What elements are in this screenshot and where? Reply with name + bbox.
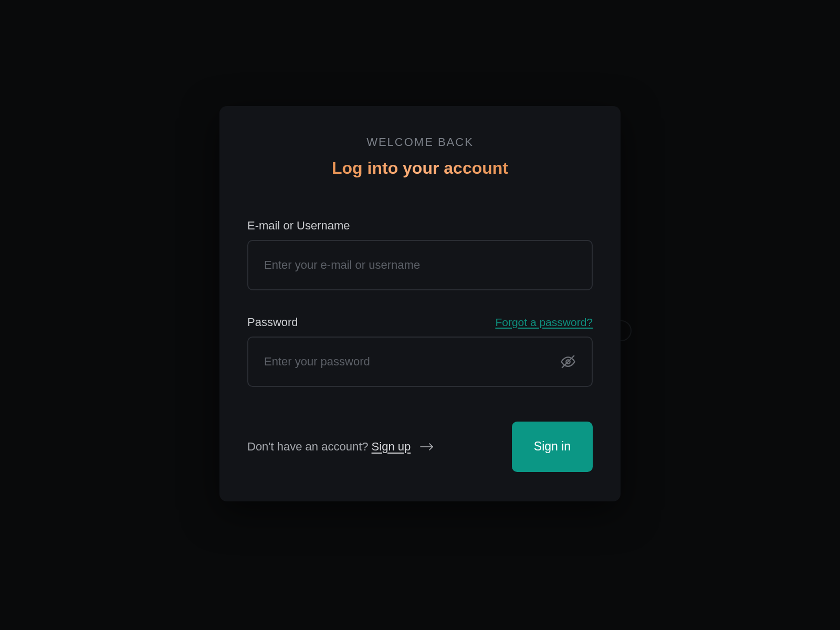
forgot-password-link[interactable]: Forgot a password? [495, 316, 593, 329]
password-field-block: Password Forgot a password? [247, 316, 593, 387]
password-input-wrap [247, 337, 593, 387]
signup-link[interactable]: Sign up [372, 440, 411, 453]
email-input-wrap [247, 240, 593, 290]
eyebrow-text: WELCOME BACK [247, 135, 593, 149]
password-input[interactable] [248, 338, 544, 386]
signin-button[interactable]: Sign in [512, 422, 593, 472]
page-title: Log into your account [247, 159, 593, 178]
password-label: Password [247, 316, 298, 329]
arrow-right-icon [420, 442, 434, 452]
email-field-block: E-mail or Username [247, 219, 593, 290]
login-card: WELCOME BACK Log into your account E-mai… [219, 106, 621, 501]
eye-off-icon[interactable] [544, 354, 592, 370]
signup-prompt-wrap: Don't have an account? Sign up [247, 440, 434, 454]
footer-row: Don't have an account? Sign up Sign in [247, 422, 593, 472]
email-label: E-mail or Username [247, 219, 350, 233]
signup-prompt-text: Don't have an account? [247, 440, 372, 453]
email-input[interactable] [248, 241, 592, 289]
